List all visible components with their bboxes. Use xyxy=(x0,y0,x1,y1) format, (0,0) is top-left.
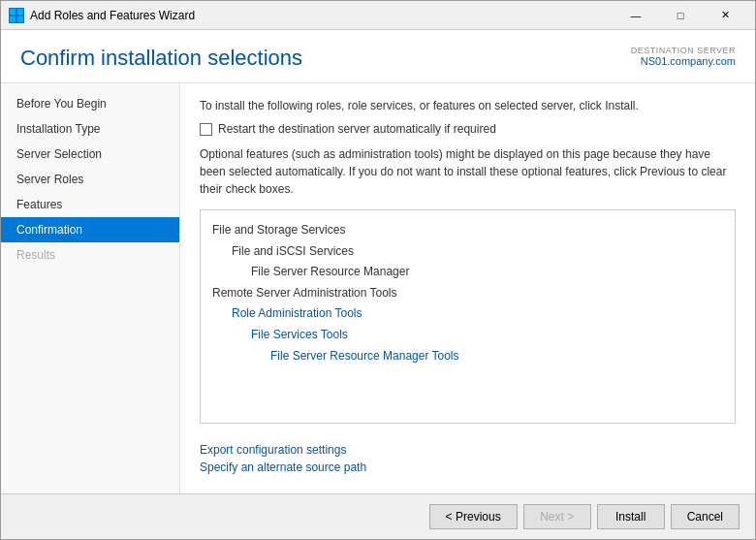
feature-role-admin-tools: Role Administration Tools xyxy=(232,303,723,325)
export-config-link[interactable]: Export configuration settings xyxy=(200,443,736,457)
svg-rect-1 xyxy=(17,9,23,15)
install-instruction: To install the following roles, role ser… xyxy=(200,99,736,112)
feature-file-services-tools: File Services Tools xyxy=(251,325,723,346)
footer: < Previous Next > Install Cancel xyxy=(1,493,755,539)
svg-rect-0 xyxy=(10,9,16,15)
optional-text: Optional features (such as administratio… xyxy=(200,145,736,198)
sidebar-item-server-selection[interactable]: Server Selection xyxy=(1,142,179,167)
main-content: To install the following roles, role ser… xyxy=(180,83,755,493)
feature-file-server-rm: File Server Resource Manager xyxy=(251,262,723,283)
window-controls: — □ ✕ xyxy=(614,1,747,30)
sidebar-item-before-you-begin[interactable]: Before You Begin xyxy=(1,91,179,116)
sidebar-item-confirmation[interactable]: Confirmation xyxy=(1,217,179,242)
links-area: Export configuration settings Specify an… xyxy=(200,443,736,478)
header-area: Confirm installation selections DESTINAT… xyxy=(1,30,755,83)
wizard-window: Add Roles and Features Wizard — □ ✕ Conf… xyxy=(0,0,756,540)
minimize-button[interactable]: — xyxy=(614,1,658,30)
restart-row: Restart the destination server automatic… xyxy=(200,122,736,136)
sidebar-item-server-roles[interactable]: Server Roles xyxy=(1,167,179,192)
destination-server-info: DESTINATION SERVER NS01.company.com xyxy=(631,46,736,67)
feature-file-server-rm-tools: File Server Resource Manager Tools xyxy=(270,346,723,367)
alternate-source-link[interactable]: Specify an alternate source path xyxy=(200,461,736,474)
feature-file-iscsi: File and iSCSI Services xyxy=(232,241,723,263)
next-button[interactable]: Next > xyxy=(523,504,591,529)
restart-label: Restart the destination server automatic… xyxy=(218,122,496,136)
sidebar-item-results: Results xyxy=(1,242,179,268)
page-title: Confirm installation selections xyxy=(20,46,302,71)
maximize-button[interactable]: □ xyxy=(658,1,703,30)
features-box: File and Storage Services File and iSCSI… xyxy=(200,209,736,424)
destination-label: DESTINATION SERVER xyxy=(631,46,736,55)
close-button[interactable]: ✕ xyxy=(703,1,747,30)
server-name: NS01.company.com xyxy=(631,55,736,67)
content-area: Before You Begin Installation Type Serve… xyxy=(1,83,755,493)
svg-rect-2 xyxy=(10,16,16,22)
install-button[interactable]: Install xyxy=(597,504,665,529)
feature-rsat: Remote Server Administration Tools xyxy=(212,283,723,304)
sidebar: Before You Begin Installation Type Serve… xyxy=(1,83,180,493)
window-title: Add Roles and Features Wizard xyxy=(30,9,614,22)
cancel-button[interactable]: Cancel xyxy=(671,504,740,529)
restart-checkbox[interactable] xyxy=(200,123,212,136)
sidebar-item-installation-type[interactable]: Installation Type xyxy=(1,116,179,142)
app-icon xyxy=(9,8,24,23)
title-bar: Add Roles and Features Wizard — □ ✕ xyxy=(1,1,755,30)
svg-rect-3 xyxy=(17,16,23,22)
sidebar-item-features[interactable]: Features xyxy=(1,192,179,217)
previous-button[interactable]: < Previous xyxy=(429,504,518,529)
feature-file-storage: File and Storage Services xyxy=(212,220,723,241)
